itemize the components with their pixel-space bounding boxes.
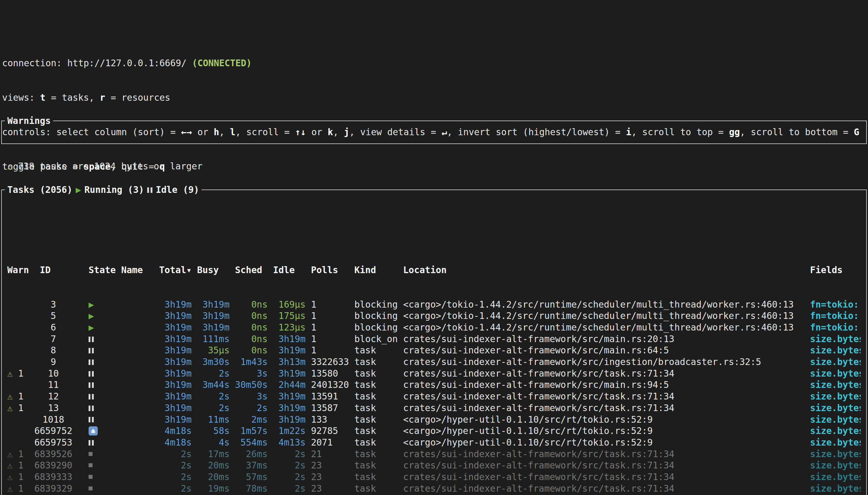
state-cell <box>78 449 116 460</box>
warning-icon: ⚠ <box>7 472 13 482</box>
task-row[interactable]: 66597524m18s58s1m57s1m22s92785task<cargo… <box>2 425 866 437</box>
tasks-panel: Tasks (2056) ▶ Running (3) Idle (9) Warn… <box>1 184 867 495</box>
warn-cell <box>7 356 29 368</box>
task-row[interactable]: 93h19m3m30s1m43s3h13m3322633taskcrates/s… <box>2 356 866 368</box>
kind-label: blocking <box>354 322 398 334</box>
task-id: 9 <box>34 356 72 368</box>
column-header-id[interactable]: ID <box>34 264 72 276</box>
total-duration: 3h19m <box>159 334 192 345</box>
busy-duration: 3h19m <box>197 322 230 334</box>
state-idle-icon <box>88 437 94 449</box>
idle-duration: 3h19m <box>273 334 306 345</box>
polls-count: 23 <box>311 483 349 495</box>
state-completed-icon <box>88 452 93 456</box>
fields-value: size.bytes= <box>810 414 861 426</box>
state-idle-icon <box>88 345 94 356</box>
column-header-location[interactable]: Location <box>403 264 804 276</box>
sched-duration: 0ns <box>235 334 268 345</box>
task-row[interactable]: 113h19m3m44s30m50s2h44m2401320taskcrates… <box>2 379 866 391</box>
column-header-name[interactable]: Name <box>121 264 154 276</box>
task-row[interactable]: 5▶3h19m3h19m0ns175µs1blocking<cargo>/tok… <box>2 310 866 322</box>
name-cell <box>121 334 154 345</box>
location-path: <cargo>/tokio-1.44.2/src/runtime/schedul… <box>403 322 804 334</box>
polls-count: 21 <box>311 449 349 460</box>
total-duration: 2s <box>159 460 192 472</box>
warning-icon: ⚠ <box>7 460 13 471</box>
task-row[interactable]: 6▶3h19m3h19m0ns123µs1blocking<cargo>/tok… <box>2 322 866 334</box>
warning-icon: ⚠ <box>7 483 13 494</box>
sched-duration: 1m57s <box>235 425 268 437</box>
task-id: 11 <box>34 379 72 391</box>
column-header-kind[interactable]: Kind <box>354 264 398 276</box>
state-cell <box>78 356 116 368</box>
location-path: crates/sui-indexer-alt-framework/src/tas… <box>403 483 804 495</box>
task-row[interactable]: ⚠ 168392902s20ms37ms2s23taskcrates/sui-i… <box>2 460 866 472</box>
running-count-label: Running (3) <box>84 184 144 196</box>
fields-value: size.bytes= <box>810 483 861 495</box>
busy-duration: 2s <box>197 391 230 403</box>
column-header-total-sorted[interactable]: Total▾ <box>159 264 192 276</box>
sched-duration: 0ns <box>235 299 268 311</box>
polls-count: 23 <box>311 460 349 472</box>
column-header-sched[interactable]: Sched <box>235 264 268 276</box>
idle-duration: 123µs <box>273 322 306 334</box>
task-row[interactable]: ⚠ 1133h19m2s2s3h19m13587taskcrates/sui-i… <box>2 403 866 414</box>
fields-value: size.bytes= <box>810 425 861 437</box>
idle-duration: 2s <box>273 483 306 495</box>
polls-count: 1 <box>311 322 349 334</box>
column-header-idle[interactable]: Idle <box>273 264 306 276</box>
idle-duration: 2s <box>273 460 306 472</box>
idle-duration: 3h19m <box>273 368 306 380</box>
task-row[interactable]: ⚠ 168393332s20ms57ms2s23taskcrates/sui-i… <box>2 472 866 483</box>
column-header-warn[interactable]: Warn <box>7 264 29 276</box>
state-idle-icon <box>88 391 94 403</box>
task-id: 8 <box>34 345 72 356</box>
state-cell <box>78 403 116 414</box>
polls-count: 1 <box>311 345 349 356</box>
name-cell <box>121 483 154 495</box>
task-row[interactable]: 66597534m18s4s554ms4m13s2071task<cargo>/… <box>2 437 866 449</box>
column-header-state[interactable]: State <box>78 264 116 276</box>
tasks-count-label: Tasks (2056) <box>7 184 72 196</box>
name-cell <box>121 391 154 403</box>
sched-duration: 0ns <box>235 322 268 334</box>
fields-value: size.bytes= <box>810 356 861 368</box>
sched-duration: 78ms <box>235 483 268 495</box>
tokio-console-screen: connection: http://127.0.0.1:6669/ (CONN… <box>0 0 868 495</box>
task-row[interactable]: 83h19m35µs0ns3h19m1taskcrates/sui-indexe… <box>2 345 866 356</box>
kind-label: task <box>354 356 398 368</box>
location-path: crates/sui-indexer-alt-framework/src/mai… <box>403 334 804 345</box>
task-row[interactable]: 3▶3h19m3h19m0ns169µs1blocking<cargo>/tok… <box>2 299 866 311</box>
state-cell <box>78 460 116 472</box>
polls-count: 1 <box>311 299 349 311</box>
column-header-polls[interactable]: Polls <box>311 264 349 276</box>
total-duration: 2s <box>159 472 192 483</box>
task-row[interactable]: ⚠ 1123h19m2s3s3h19m13591taskcrates/sui-i… <box>2 391 866 403</box>
state-idle-icon <box>88 403 94 414</box>
sched-duration: 1m43s <box>235 356 268 368</box>
task-row[interactable]: ⚠ 168393292s19ms78ms2s23taskcrates/sui-i… <box>2 483 866 495</box>
task-row[interactable]: ⚠ 1103h19m2s3s3h19m13580taskcrates/sui-i… <box>2 368 866 380</box>
fields-value: size.bytes= <box>810 345 861 356</box>
task-row[interactable]: 73h19m111ms0ns3h19m1block_oncrates/sui-i… <box>2 334 866 345</box>
busy-duration: 4s <box>197 437 230 449</box>
task-id: 5 <box>34 310 72 322</box>
tasks-table: Warn ID State Name Total▾ Busy Sched Idl… <box>2 241 866 495</box>
task-id: 7 <box>34 334 72 345</box>
warn-cell: ⚠ 1 <box>7 449 29 460</box>
total-duration: 3h19m <box>159 379 192 391</box>
task-row[interactable]: 10183h19m11ms2ms3h19m133task<cargo>/hype… <box>2 414 866 426</box>
sched-duration: 37ms <box>235 460 268 472</box>
idle-duration: 3h19m <box>273 391 306 403</box>
sched-duration: 3s <box>235 368 268 380</box>
idle-duration: 3h19m <box>273 414 306 426</box>
task-row[interactable]: ⚠ 168395262s17ms26ms2s21taskcrates/sui-i… <box>2 449 866 460</box>
column-header-fields[interactable]: Fields <box>810 264 861 276</box>
name-cell <box>121 310 154 322</box>
state-cell <box>78 483 116 495</box>
column-header-busy[interactable]: Busy <box>197 264 230 276</box>
location-path: crates/sui-indexer-alt-framework/src/tas… <box>403 460 804 472</box>
kind-label: task <box>354 483 398 495</box>
sched-duration: 2ms <box>235 414 268 426</box>
warn-cell: ⚠ 1 <box>7 403 29 414</box>
